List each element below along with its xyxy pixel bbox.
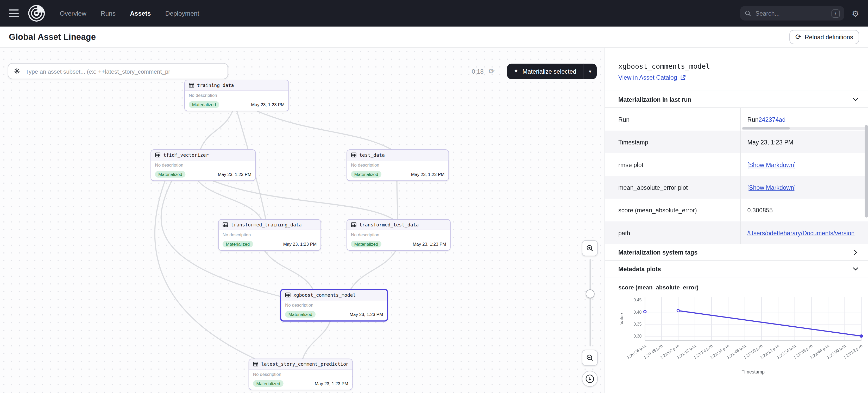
asset-details-panel: xgboost_comments_model View in Asset Cat…: [604, 47, 868, 393]
asset-node-timestamp: May 23, 1:23 PM: [218, 172, 251, 177]
lineage-edge: [351, 251, 396, 289]
asset-node-xgboost_comments_model[interactable]: xgboost_comments_modelNo descriptionMate…: [280, 289, 388, 321]
metadata-table: RunRun 242374adTimestampMay 23, 1:23 PMr…: [605, 108, 868, 244]
materialize-timer: 0:18: [472, 68, 484, 74]
view-in-asset-catalog-label: View in Asset Catalog: [618, 74, 677, 81]
asset-node-name: transformed_training_data: [231, 222, 302, 227]
run-prefix: Run: [747, 116, 758, 123]
arrow-down-circle-icon: [585, 374, 594, 383]
metadata-value-link[interactable]: /Users/odetteharary/Documents/version: [747, 229, 855, 236]
asset-node-tfidf_vectorizer[interactable]: tfidf_vectorizerNo descriptionMaterializ…: [151, 150, 256, 181]
asset-node-footer: MaterializedMay 23, 1:23 PM: [347, 239, 450, 250]
metadata-row-run: RunRun 242374ad: [605, 108, 868, 131]
primary-nav: OverviewRunsAssetsDeployment: [60, 10, 199, 17]
menu-icon[interactable]: [9, 9, 19, 17]
asset-node-timestamp: May 23, 1:23 PM: [251, 102, 285, 107]
asset-node-footer: MaterializedMay 23, 1:23 PM: [185, 100, 288, 111]
asset-node-timestamp: May 23, 1:23 PM: [315, 381, 348, 386]
asset-node-timestamp: May 23, 1:23 PM: [350, 312, 383, 317]
value-horizontal-scrollbar[interactable]: [742, 127, 867, 130]
scrollbar-thumb[interactable]: [742, 127, 790, 130]
asset-node-header: training_data: [185, 80, 288, 91]
search-input[interactable]: [754, 9, 828, 17]
status-badge: Materialized: [253, 380, 283, 387]
metadata-row-label: mean_absolute_error plot: [605, 176, 740, 199]
table-icon: [351, 152, 356, 158]
metadata-value-link[interactable]: [Show Markdown]: [747, 161, 796, 168]
asset-node-header: test_data: [347, 150, 448, 160]
materialize-dropdown-button[interactable]: ▾: [583, 63, 597, 79]
metadata-row-rmse-plot: rmse plot[Show Markdown]: [605, 153, 868, 176]
section-materialization-in-last-run[interactable]: Materialization in last run: [605, 91, 868, 108]
search-box[interactable]: /: [740, 6, 844, 20]
asset-node-transformed_test_data[interactable]: transformed_test_dataNo descriptionMater…: [346, 219, 451, 251]
asset-node-training_data[interactable]: training_dataNo descriptionMaterializedM…: [184, 79, 289, 111]
asset-node-footer: MaterializedMay 23, 1:23 PM: [219, 239, 320, 250]
metadata-row-mean-absolute-error-plot: mean_absolute_error plot[Show Markdown]: [605, 176, 868, 199]
zoom-out-button[interactable]: [582, 350, 598, 366]
metadata-value-link[interactable]: [Show Markdown]: [747, 184, 796, 191]
caret-down-icon: ▾: [589, 68, 591, 74]
dagster-logo[interactable]: [28, 4, 45, 22]
reload-definitions-button[interactable]: ⟳ Reload definitions: [789, 30, 859, 44]
nav-item-runs[interactable]: Runs: [101, 10, 116, 17]
section-label: Materialization system tags: [618, 249, 698, 256]
sparkle-icon: ✦: [514, 67, 519, 75]
search-shortcut-key: /: [832, 9, 840, 18]
settings-gear-icon[interactable]: ⚙: [851, 9, 859, 18]
asset-node-transformed_training_data[interactable]: transformed_training_dataNo descriptionM…: [218, 219, 321, 251]
chevron-down-icon: [852, 97, 859, 101]
zoom-in-icon: [586, 244, 594, 253]
asset-node-timestamp: May 23, 1:23 PM: [413, 241, 446, 247]
metadata-row-score-mean-absolute-error-: score (mean_absolute_error)0.300855: [605, 199, 868, 221]
status-badge: Materialized: [285, 311, 315, 318]
materialize-selected-button[interactable]: ✦ Materialize selected: [507, 63, 583, 79]
asset-node-header: transformed_test_data: [347, 220, 450, 230]
chart-data-point: [677, 309, 680, 312]
nav-right: / ⚙: [740, 6, 859, 20]
run-id-link[interactable]: 242374ad: [758, 116, 785, 123]
asset-node-timestamp: May 23, 1:23 PM: [411, 172, 445, 177]
section-materialization-system-tags[interactable]: Materialization system tags: [605, 244, 868, 261]
asset-graph-canvas[interactable]: training_dataNo descriptionMaterializedM…: [0, 47, 604, 393]
zoom-slider-handle[interactable]: [586, 289, 594, 298]
view-in-asset-catalog-link[interactable]: View in Asset Catalog: [618, 74, 686, 81]
asset-filter-box[interactable]: [8, 63, 228, 79]
lineage-edge: [200, 111, 232, 150]
main-content: training_dataNo descriptionMaterializedM…: [0, 47, 868, 393]
metadata-row-label: Run: [605, 108, 740, 131]
metadata-row-value: [Show Markdown]: [740, 153, 868, 176]
chart-ytick-label: 0.40: [633, 310, 642, 315]
zoom-in-button[interactable]: [582, 240, 598, 256]
metadata-row-value: /Users/odetteharary/Documents/version: [740, 222, 868, 244]
zoom-slider-track[interactable]: [590, 259, 591, 347]
lineage-edge: [397, 181, 398, 219]
lineage-edge: [213, 181, 393, 219]
asset-filter-input[interactable]: [25, 67, 223, 75]
nav-item-assets[interactable]: Assets: [130, 10, 151, 17]
section-metadata-plots[interactable]: Metadata plots: [605, 261, 868, 277]
nav-item-deployment[interactable]: Deployment: [165, 10, 199, 17]
asset-node-latest_story_comment_predictions[interactable]: latest_story_comment_predictionsNo descr…: [249, 359, 353, 390]
chart-ytick-label: 0.35: [633, 322, 642, 326]
metadata-value-text: May 23, 1:23 PM: [747, 139, 794, 145]
metadata-row-label: path: [605, 222, 740, 244]
status-badge: Materialized: [189, 101, 219, 108]
asset-node-test_data[interactable]: test_dataNo descriptionMaterializedMay 2…: [346, 150, 449, 181]
asset-node-name: transformed_test_data: [359, 222, 419, 227]
asset-node-name: xgboost_comments_model: [293, 292, 355, 298]
asset-node-header: transformed_training_data: [219, 220, 320, 230]
metadata-row-value: Run 242374ad: [740, 108, 868, 131]
nav-item-overview[interactable]: Overview: [60, 10, 87, 17]
lineage-edge: [303, 320, 330, 359]
metadata-row-label: score (mean_absolute_error): [605, 199, 740, 221]
metadata-plot-chart: 0.300.350.400.451:20:36 p.m.1:20:48 p.m.…: [618, 290, 866, 379]
recenter-download-button[interactable]: [582, 371, 598, 387]
panel-scrollbar-thumb[interactable]: [865, 125, 868, 218]
asset-name-title: xgboost_comments_model: [618, 62, 855, 70]
reload-icon: ⟳: [795, 33, 801, 41]
dagster-logo-icon: [28, 4, 45, 22]
asset-node-description: No description: [249, 369, 352, 379]
refresh-graph-icon[interactable]: ⟳: [489, 67, 495, 75]
asset-node-header: latest_story_comment_predictions: [249, 359, 352, 369]
